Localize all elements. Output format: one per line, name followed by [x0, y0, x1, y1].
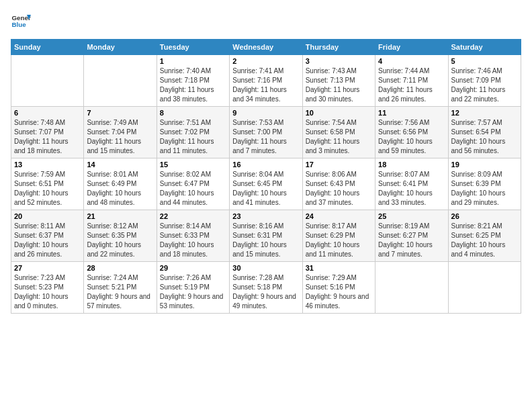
day-number: 17 [306, 161, 372, 169]
calendar-cell [375, 262, 448, 314]
day-number: 10 [306, 109, 372, 117]
day-number: 4 [378, 57, 445, 65]
day-info: Sunrise: 7:43 AMSunset: 7:13 PMDaylight:… [306, 66, 372, 104]
day-number: 20 [14, 212, 81, 220]
day-info: Sunrise: 8:16 AMSunset: 6:31 PMDaylight:… [232, 222, 299, 259]
calendar-cell: 1Sunrise: 7:40 AMSunset: 7:18 PMDaylight… [157, 55, 229, 107]
day-number: 11 [378, 109, 445, 117]
day-info: Sunrise: 8:12 AMSunset: 6:35 PMDaylight:… [87, 222, 153, 259]
day-number: 23 [232, 212, 299, 220]
calendar-cell: 24Sunrise: 8:17 AMSunset: 6:29 PMDayligh… [302, 210, 375, 262]
calendar-cell: 19Sunrise: 8:09 AMSunset: 6:39 PMDayligh… [448, 158, 521, 210]
calendar-cell: 30Sunrise: 7:28 AMSunset: 5:18 PMDayligh… [230, 262, 302, 314]
day-of-week-header: Wednesday [230, 40, 302, 55]
day-number: 12 [451, 109, 518, 117]
calendar-week-row: 6Sunrise: 7:48 AMSunset: 7:07 PMDaylight… [11, 107, 521, 158]
day-info: Sunrise: 7:29 AMSunset: 5:16 PMDaylight:… [306, 273, 372, 311]
day-info: Sunrise: 8:04 AMSunset: 6:45 PMDaylight:… [232, 170, 299, 208]
day-info: Sunrise: 7:56 AMSunset: 6:56 PMDaylight:… [378, 118, 445, 156]
calendar-cell: 28Sunrise: 7:24 AMSunset: 5:21 PMDayligh… [84, 262, 157, 314]
day-number: 14 [87, 161, 153, 169]
day-info: Sunrise: 8:01 AMSunset: 6:49 PMDaylight:… [87, 170, 153, 208]
day-info: Sunrise: 8:06 AMSunset: 6:43 PMDaylight:… [306, 170, 372, 208]
calendar-cell: 13Sunrise: 7:59 AMSunset: 6:51 PMDayligh… [11, 158, 84, 210]
calendar-cell: 14Sunrise: 8:01 AMSunset: 6:49 PMDayligh… [84, 158, 157, 210]
calendar-cell: 31Sunrise: 7:29 AMSunset: 5:16 PMDayligh… [302, 262, 375, 314]
day-number: 2 [232, 57, 299, 65]
day-number: 9 [232, 109, 299, 117]
calendar-cell: 26Sunrise: 8:21 AMSunset: 6:25 PMDayligh… [448, 210, 521, 262]
day-number: 21 [87, 212, 153, 220]
calendar-cell: 10Sunrise: 7:54 AMSunset: 6:58 PMDayligh… [302, 107, 375, 158]
day-number: 1 [160, 57, 226, 65]
calendar-cell: 17Sunrise: 8:06 AMSunset: 6:43 PMDayligh… [302, 158, 375, 210]
calendar-cell: 12Sunrise: 7:57 AMSunset: 6:54 PMDayligh… [448, 107, 521, 158]
calendar-cell [11, 55, 84, 107]
day-number: 7 [87, 109, 153, 117]
calendar-cell: 7Sunrise: 7:49 AMSunset: 7:04 PMDaylight… [84, 107, 157, 158]
day-number: 27 [14, 264, 81, 272]
day-info: Sunrise: 7:53 AMSunset: 7:00 PMDaylight:… [232, 118, 299, 156]
day-info: Sunrise: 8:21 AMSunset: 6:25 PMDaylight:… [451, 222, 518, 259]
day-of-week-header: Monday [84, 40, 157, 55]
day-info: Sunrise: 7:48 AMSunset: 7:07 PMDaylight:… [14, 118, 81, 156]
calendar-week-row: 27Sunrise: 7:23 AMSunset: 5:23 PMDayligh… [11, 262, 521, 314]
day-number: 30 [232, 264, 299, 272]
logo: General Blue [11, 11, 34, 31]
calendar-cell [448, 262, 521, 314]
day-info: Sunrise: 7:23 AMSunset: 5:23 PMDaylight:… [14, 273, 81, 311]
calendar-header-row: SundayMondayTuesdayWednesdayThursdayFrid… [11, 40, 521, 55]
day-info: Sunrise: 7:51 AMSunset: 7:02 PMDaylight:… [160, 118, 226, 156]
calendar-cell: 6Sunrise: 7:48 AMSunset: 7:07 PMDaylight… [11, 107, 84, 158]
day-info: Sunrise: 7:44 AMSunset: 7:11 PMDaylight:… [378, 66, 445, 104]
calendar-cell: 11Sunrise: 7:56 AMSunset: 6:56 PMDayligh… [375, 107, 448, 158]
calendar-cell: 15Sunrise: 8:02 AMSunset: 6:47 PMDayligh… [157, 158, 229, 210]
day-number: 25 [378, 212, 445, 220]
day-of-week-header: Thursday [302, 40, 375, 55]
svg-text:Blue: Blue [12, 21, 27, 28]
logo-icon: General Blue [11, 11, 31, 31]
day-of-week-header: Friday [375, 40, 448, 55]
day-of-week-header: Tuesday [157, 40, 229, 55]
day-info: Sunrise: 7:57 AMSunset: 6:54 PMDaylight:… [451, 118, 518, 156]
day-number: 18 [378, 161, 445, 169]
day-of-week-header: Sunday [11, 40, 84, 55]
calendar-week-row: 1Sunrise: 7:40 AMSunset: 7:18 PMDaylight… [11, 55, 521, 107]
day-number: 28 [87, 264, 153, 272]
calendar-week-row: 13Sunrise: 7:59 AMSunset: 6:51 PMDayligh… [11, 158, 521, 210]
day-info: Sunrise: 7:40 AMSunset: 7:18 PMDaylight:… [160, 66, 226, 104]
day-info: Sunrise: 8:02 AMSunset: 6:47 PMDaylight:… [160, 170, 226, 208]
day-number: 26 [451, 212, 518, 220]
day-number: 5 [451, 57, 518, 65]
day-info: Sunrise: 7:28 AMSunset: 5:18 PMDaylight:… [232, 273, 299, 311]
day-info: Sunrise: 7:49 AMSunset: 7:04 PMDaylight:… [87, 118, 153, 156]
day-info: Sunrise: 8:09 AMSunset: 6:39 PMDaylight:… [451, 170, 518, 208]
day-number: 29 [160, 264, 226, 272]
page-header: General Blue [11, 11, 521, 31]
calendar-cell: 5Sunrise: 7:46 AMSunset: 7:09 PMDaylight… [448, 55, 521, 107]
day-number: 19 [451, 161, 518, 169]
day-number: 31 [306, 264, 372, 272]
day-info: Sunrise: 8:19 AMSunset: 6:27 PMDaylight:… [378, 222, 445, 259]
calendar-cell: 21Sunrise: 8:12 AMSunset: 6:35 PMDayligh… [84, 210, 157, 262]
calendar-cell [84, 55, 157, 107]
day-info: Sunrise: 8:14 AMSunset: 6:33 PMDaylight:… [160, 222, 226, 259]
calendar-week-row: 20Sunrise: 8:11 AMSunset: 6:37 PMDayligh… [11, 210, 521, 262]
calendar-cell: 2Sunrise: 7:41 AMSunset: 7:16 PMDaylight… [230, 55, 302, 107]
day-info: Sunrise: 7:59 AMSunset: 6:51 PMDaylight:… [14, 170, 81, 208]
calendar-cell: 3Sunrise: 7:43 AMSunset: 7:13 PMDaylight… [302, 55, 375, 107]
day-number: 16 [232, 161, 299, 169]
day-info: Sunrise: 8:17 AMSunset: 6:29 PMDaylight:… [306, 222, 372, 259]
day-info: Sunrise: 7:26 AMSunset: 5:19 PMDaylight:… [160, 273, 226, 311]
day-info: Sunrise: 7:46 AMSunset: 7:09 PMDaylight:… [451, 66, 518, 104]
day-info: Sunrise: 7:54 AMSunset: 6:58 PMDaylight:… [306, 118, 372, 156]
calendar-cell: 9Sunrise: 7:53 AMSunset: 7:00 PMDaylight… [230, 107, 302, 158]
calendar-cell: 22Sunrise: 8:14 AMSunset: 6:33 PMDayligh… [157, 210, 229, 262]
day-number: 6 [14, 109, 81, 117]
day-number: 22 [160, 212, 226, 220]
day-info: Sunrise: 7:24 AMSunset: 5:21 PMDaylight:… [87, 273, 153, 311]
day-of-week-header: Saturday [448, 40, 521, 55]
day-number: 15 [160, 161, 226, 169]
calendar-cell: 16Sunrise: 8:04 AMSunset: 6:45 PMDayligh… [230, 158, 302, 210]
calendar-cell: 25Sunrise: 8:19 AMSunset: 6:27 PMDayligh… [375, 210, 448, 262]
